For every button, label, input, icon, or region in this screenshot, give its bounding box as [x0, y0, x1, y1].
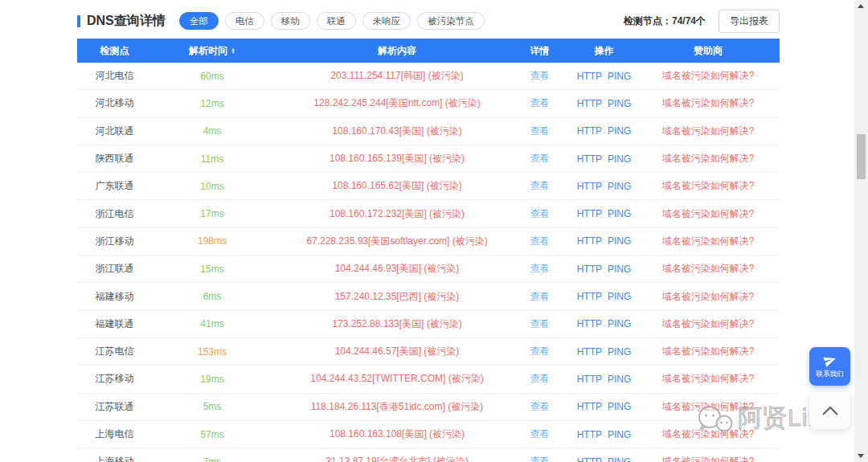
- column-header-sponsor: 赞助商: [650, 44, 779, 58]
- ping-link[interactable]: PING: [608, 318, 631, 329]
- ping-link[interactable]: PING: [608, 291, 631, 302]
- resolve-content: 108.160.170.43[美国] (被污染): [272, 125, 522, 138]
- view-link[interactable]: 查看: [530, 125, 550, 137]
- ping-link[interactable]: PING: [608, 125, 631, 137]
- view-link[interactable]: 查看: [530, 263, 550, 274]
- view-link[interactable]: 查看: [530, 235, 550, 247]
- sort-caret-icon[interactable]: ▲▼: [231, 47, 235, 54]
- http-link[interactable]: HTTP: [577, 125, 602, 137]
- scrollbar-down-arrow-icon[interactable]: [858, 454, 864, 458]
- sponsor-link[interactable]: 域名被污染如何解决?: [662, 373, 755, 384]
- contact-us-button[interactable]: 联系我们: [809, 347, 850, 386]
- view-link[interactable]: 查看: [530, 291, 550, 302]
- http-link[interactable]: HTTP: [577, 98, 602, 109]
- http-link[interactable]: HTTP: [577, 264, 602, 275]
- view-link[interactable]: 查看: [530, 373, 550, 384]
- view-link[interactable]: 查看: [530, 456, 550, 462]
- sponsor-link[interactable]: 域名被污染如何解决?: [662, 235, 755, 247]
- node-name: 陕西联通: [77, 152, 152, 166]
- scrollbar-thumb[interactable]: [857, 134, 866, 179]
- http-link[interactable]: HTTP: [577, 429, 602, 440]
- resolve-time: 4ms: [152, 125, 272, 137]
- http-link[interactable]: HTTP: [577, 346, 602, 358]
- ping-link[interactable]: PING: [608, 235, 631, 247]
- ping-link[interactable]: PING: [608, 429, 631, 440]
- http-link[interactable]: HTTP: [577, 208, 602, 219]
- view-link[interactable]: 查看: [530, 153, 550, 164]
- table-row: 上海移动 7ms 31.13.87.19[台湾台北市] (被污染) 查看 HTT…: [77, 448, 780, 462]
- view-link[interactable]: 查看: [530, 401, 550, 412]
- http-link[interactable]: HTTP: [577, 153, 602, 165]
- node-name: 浙江联通: [77, 262, 152, 276]
- resolve-content: 108.160.172.232[美国] (被污染): [272, 207, 522, 221]
- column-header-detail: 详情: [522, 44, 558, 58]
- view-link[interactable]: 查看: [530, 70, 550, 81]
- filter-pill-0[interactable]: 全部: [179, 12, 219, 30]
- filter-pill-3[interactable]: 联通: [317, 12, 356, 30]
- filter-pill-4[interactable]: 未响应: [362, 12, 411, 30]
- view-link[interactable]: 查看: [530, 345, 550, 357]
- http-link[interactable]: HTTP: [577, 181, 602, 192]
- resolve-content: 31.13.87.19[台湾台北市] (被污染): [272, 455, 522, 462]
- sponsor-link[interactable]: 域名被污染如何解决?: [662, 263, 755, 274]
- sponsor-link[interactable]: 域名被污染如何解决?: [662, 208, 755, 219]
- scrollbar[interactable]: [854, 0, 868, 462]
- resolve-time: 15ms: [152, 264, 272, 275]
- sponsor-link[interactable]: 域名被污染如何解决?: [662, 456, 755, 462]
- column-header-content: 解析内容: [272, 44, 522, 58]
- http-link[interactable]: HTTP: [577, 401, 602, 412]
- ping-link[interactable]: PING: [608, 374, 631, 385]
- http-link[interactable]: HTTP: [577, 456, 602, 462]
- view-link[interactable]: 查看: [530, 97, 550, 108]
- ping-link[interactable]: PING: [608, 98, 631, 109]
- http-link[interactable]: HTTP: [577, 291, 602, 302]
- ping-link[interactable]: PING: [608, 346, 631, 358]
- ping-link[interactable]: PING: [608, 181, 631, 192]
- node-name: 上海电信: [77, 427, 152, 441]
- ping-link[interactable]: PING: [608, 456, 631, 462]
- node-name: 江苏电信: [77, 345, 152, 358]
- column-header-operation: 操作: [558, 44, 650, 58]
- sponsor-link[interactable]: 域名被污染如何解决?: [662, 318, 755, 329]
- view-link[interactable]: 查看: [530, 318, 550, 329]
- table-row: 浙江移动 198ms 67.228.235.93[美国softlayer.com…: [77, 228, 780, 256]
- sponsor-link[interactable]: 域名被污染如何解决?: [662, 428, 755, 440]
- table-row: 上海电信 57ms 108.160.163.108[美国] (被污染) 查看 H…: [77, 421, 780, 448]
- scrollbar-up-arrow-icon[interactable]: [858, 4, 864, 8]
- view-link[interactable]: 查看: [530, 428, 550, 440]
- filter-pill-2[interactable]: 移动: [271, 12, 310, 30]
- sponsor-link[interactable]: 域名被污染如何解决?: [662, 70, 755, 81]
- sponsor-link[interactable]: 域名被污染如何解决?: [662, 125, 755, 137]
- http-link[interactable]: HTTP: [577, 235, 602, 247]
- http-link[interactable]: HTTP: [577, 318, 602, 329]
- resolve-content: 108.160.165.62[美国] (被污染): [272, 179, 522, 193]
- node-stats-label: 检测节点：: [624, 15, 672, 27]
- resolve-content: 108.160.163.108[美国] (被污染): [272, 427, 522, 441]
- view-link[interactable]: 查看: [530, 208, 550, 219]
- view-link[interactable]: 查看: [530, 180, 550, 191]
- node-name: 河北电信: [77, 69, 152, 83]
- back-to-top-button[interactable]: [809, 392, 850, 429]
- sponsor-link[interactable]: 域名被污染如何解决?: [662, 401, 755, 412]
- ping-link[interactable]: PING: [608, 208, 631, 219]
- ping-link[interactable]: PING: [608, 71, 631, 82]
- sponsor-link[interactable]: 域名被污染如何解决?: [662, 180, 755, 191]
- export-report-button[interactable]: 导出报表: [719, 10, 780, 33]
- header-right: 检测节点：74/74个 导出报表: [624, 10, 780, 33]
- column-header-time[interactable]: 解析时间 ▲▼: [152, 44, 272, 58]
- sponsor-link[interactable]: 域名被污染如何解决?: [662, 153, 755, 164]
- sponsor-link[interactable]: 域名被污染如何解决?: [662, 97, 755, 108]
- http-link[interactable]: HTTP: [577, 374, 602, 385]
- sponsor-link[interactable]: 域名被污染如何解决?: [662, 291, 755, 302]
- ping-link[interactable]: PING: [608, 401, 631, 412]
- http-link[interactable]: HTTP: [577, 71, 602, 82]
- filter-pill-1[interactable]: 电信: [225, 12, 264, 30]
- ping-link[interactable]: PING: [608, 264, 631, 275]
- ping-link[interactable]: PING: [608, 153, 631, 165]
- resolve-time: 6ms: [152, 291, 272, 302]
- sponsor-link[interactable]: 域名被污染如何解决?: [662, 345, 755, 357]
- column-header-node: 检测点: [77, 44, 152, 58]
- filter-pill-5[interactable]: 被污染节点: [417, 12, 485, 30]
- dns-result-table: 检测点 解析时间 ▲▼ 解析内容 详情 操作 赞助商 河北电信 60ms 203…: [77, 39, 780, 462]
- table-row: 河北移动 12ms 128.242.245.244[美国ntt.com] (被污…: [77, 90, 780, 117]
